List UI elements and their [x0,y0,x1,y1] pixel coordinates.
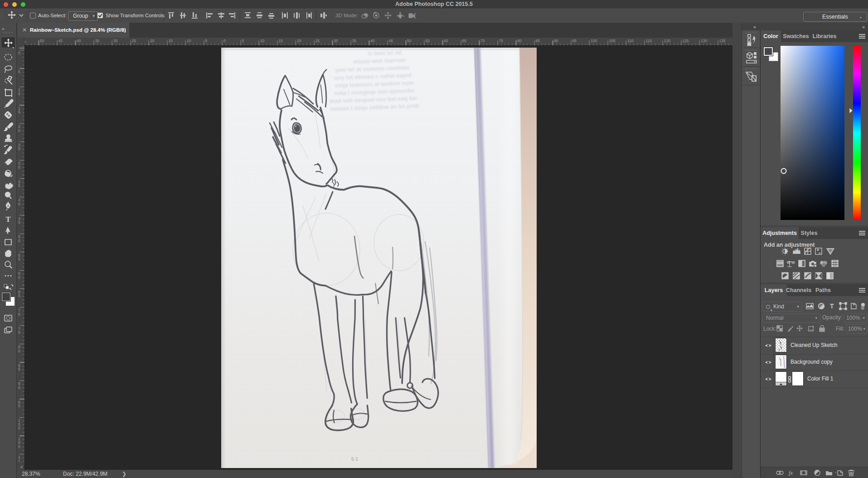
svg-text:is bevi sn iat: is bevi sn iat [368,49,402,57]
svg-text:51: 51 [351,456,359,462]
svg-text:fx: fx [789,469,793,476]
svg-text:T: T [5,215,11,224]
svg-text:T: T [830,302,834,310]
